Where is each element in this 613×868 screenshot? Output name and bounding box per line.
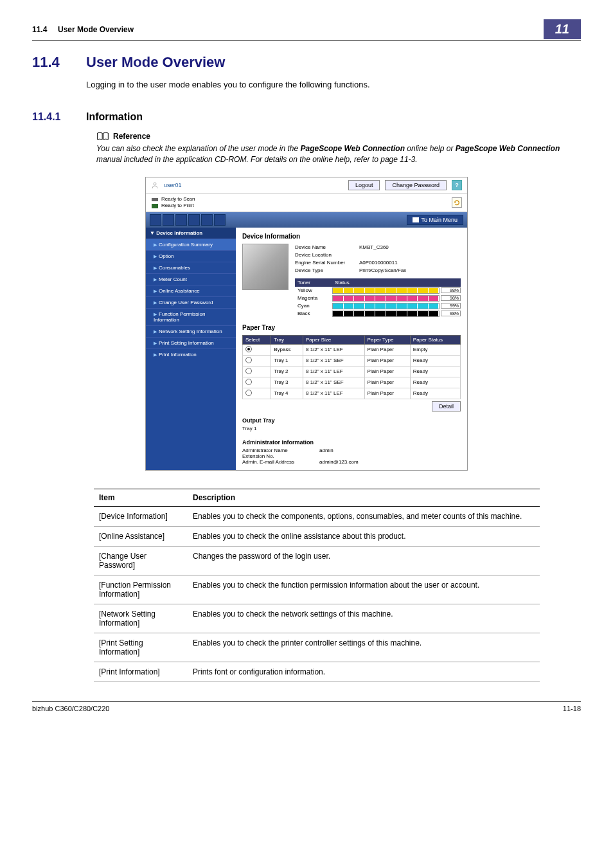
toner-name: Magenta (295, 295, 332, 301)
sidebar-item-print-info[interactable]: ▶Print Information (146, 348, 236, 360)
sidebar-item-consumables[interactable]: ▶Consumables (146, 262, 236, 273)
output-tray-value: Tray 1 (242, 426, 461, 431)
admin-email-value: admin@123.com (319, 459, 359, 465)
toner-name: Cyan (295, 303, 332, 309)
sidebar-item-config-summary[interactable]: ▶Configuration Summary (146, 239, 236, 250)
header-title: User Mode Overview (58, 25, 134, 34)
footer-right: 11-18 (563, 705, 581, 712)
toner-header-name: Toner (295, 278, 332, 287)
paper-tray-title: Paper Tray (242, 324, 461, 331)
toner-header-status: Status (332, 278, 461, 287)
toner-row: Magenta98% (295, 294, 461, 302)
refresh-icon[interactable] (452, 197, 462, 208)
tray-select[interactable] (243, 377, 271, 388)
tray-select[interactable] (243, 344, 271, 355)
sidebar-item-network-setting[interactable]: ▶Network Setting Information (146, 325, 236, 337)
tab-icon-2[interactable] (163, 214, 174, 226)
section-title: User Mode Overview (86, 54, 581, 71)
printer-icon (151, 203, 159, 209)
desc-item: [Print Setting Information​] (94, 633, 188, 662)
tray-name: Bypass (271, 344, 303, 355)
reference-block: Reference You can also check the explana… (96, 132, 581, 165)
sidebar-item-meter-count[interactable]: ▶Meter Count (146, 273, 236, 285)
sidebar-item-print-setting[interactable]: ▶Print Setting Information (146, 337, 236, 348)
admin-name-label: Administrator Name (242, 448, 319, 453)
tab-icons[interactable] (150, 214, 226, 226)
section-number: 11.4 (32, 54, 71, 71)
menu-icon (413, 217, 419, 222)
svg-rect-1 (152, 198, 158, 201)
toner-row: Cyan99% (295, 302, 461, 310)
sidebar-item-online-assistance[interactable]: ▶Online Assistance (146, 285, 236, 296)
sidebar-header: ▼ Device Information (146, 228, 236, 239)
desc-text: Enables you to check the components, opt… (188, 506, 540, 526)
tray-status: Ready (410, 388, 460, 399)
tray-type: Plain Paper (364, 388, 410, 399)
main-menu-button[interactable]: To Main Menu (407, 215, 463, 225)
toner-table: TonerStatus Yellow98%Magenta98%Cyan99%Bl… (295, 278, 461, 318)
tray-select[interactable] (243, 355, 271, 366)
desc-item: [Online Assistance​] (94, 526, 188, 546)
tray-name: Tray 3 (271, 377, 303, 388)
desc-th-desc: Description (188, 489, 540, 506)
section-intro: Logging in to the user mode enables you … (86, 80, 581, 89)
tray-row: Tray 28 1/2" x 11" LEFPlain PaperReady (243, 366, 461, 377)
ref-bold-2: PageScope Web Connection (456, 144, 560, 153)
tray-type: Plain Paper (364, 355, 410, 366)
svg-rect-2 (152, 204, 158, 208)
admin-email-label: Admin. E-mail Address (242, 459, 319, 465)
tab-icon-6[interactable] (214, 214, 226, 226)
ref-text-2: online help or (405, 144, 456, 153)
tray-row: Bypass8 1/2" x 11" LEFPlain PaperEmpty (243, 344, 461, 355)
toner-bar (332, 295, 440, 302)
status-print: Ready to Print (161, 203, 194, 208)
footer-left: bizhub C360/C280/C220 (32, 705, 109, 712)
desc-text: Enables you to check the network setting… (188, 604, 540, 633)
desc-text: Enables you to check the printer control… (188, 633, 540, 662)
th-size: Paper Size (303, 335, 365, 344)
book-icon (96, 132, 109, 141)
desc-row: [Network Setting Information​]Enables yo… (94, 604, 540, 633)
sidebar-item-option[interactable]: ▶Option (146, 250, 236, 262)
tab-icon-1[interactable] (150, 214, 161, 226)
tab-icon-3[interactable] (175, 214, 187, 226)
toner-pct: 98% (441, 295, 461, 301)
device-type-label: Device Type (295, 267, 359, 275)
admin-name-value: admin (319, 448, 333, 453)
sidebar-item-change-password[interactable]: ▶Change User Password (146, 296, 236, 308)
toner-name: Yellow (295, 287, 332, 293)
tray-name: Tray 4 (271, 388, 303, 399)
toner-name: Black (295, 311, 332, 316)
toner-row: Black98% (295, 310, 461, 318)
sidebar-item-function-permission[interactable]: ▶Function Permission Information (146, 308, 236, 325)
output-tray-title: Output Tray (242, 417, 461, 424)
device-serial-label: Engine Serial Number (295, 259, 359, 267)
desc-item: [Print Information​] (94, 662, 188, 682)
desc-item: [Function Permission Information​] (94, 575, 188, 604)
ref-bold-1: PageScope Web Connection (301, 144, 405, 153)
tab-icon-4[interactable] (188, 214, 200, 226)
tray-type: Plain Paper (364, 344, 410, 355)
ref-text-1: You can also check the explanation of th… (96, 144, 301, 153)
tab-icon-5[interactable] (201, 214, 213, 226)
web-connection-screenshot: user01 Logout Change Password ? Ready to… (145, 177, 468, 471)
tray-select[interactable] (243, 388, 271, 399)
device-location-label: Device Location (295, 251, 359, 259)
change-password-button[interactable]: Change Password (385, 180, 447, 190)
tray-size: 8 1/2" x 11" LEF (303, 388, 365, 399)
tray-row: Tray 18 1/2" x 11" SEFPlain PaperReady (243, 355, 461, 366)
tray-status: Ready (410, 366, 460, 377)
tray-select[interactable] (243, 366, 271, 377)
th-type: Paper Type (364, 335, 410, 344)
tray-size: 8 1/2" x 11" LEF (303, 366, 365, 377)
admin-ext-label: Extension No. (242, 453, 319, 459)
status-scan: Ready to Scan (161, 196, 195, 202)
logout-button[interactable]: Logout (348, 180, 380, 190)
help-icon[interactable]: ? (452, 180, 462, 190)
toner-row: Yellow98% (295, 287, 461, 294)
desc-item: [Device Information​] (94, 506, 188, 526)
tray-status: Ready (410, 377, 460, 388)
detail-button[interactable]: Detail (432, 401, 461, 411)
desc-text: Prints font or configuration information… (188, 662, 540, 682)
main-menu-label: To Main Menu (421, 217, 458, 223)
